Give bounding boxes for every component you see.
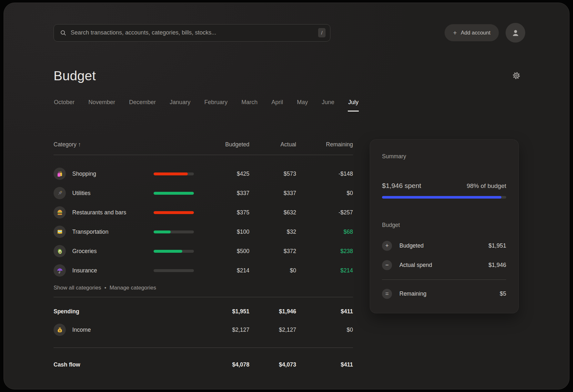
budgeted-value[interactable]: $214 (194, 267, 249, 274)
actual-value: $337 (249, 190, 296, 197)
remaining-summary-value: $5 (500, 290, 506, 297)
category-label: Shopping (72, 171, 96, 177)
plus-icon: + (453, 29, 457, 36)
spending-actual: $1,946 (249, 308, 296, 315)
budget-progress-fill (154, 192, 194, 195)
category-icon (56, 209, 63, 216)
actual-value: $372 (249, 248, 296, 255)
tab-november[interactable]: November (88, 99, 116, 112)
user-avatar[interactable] (506, 23, 525, 43)
budget-progress-fill (154, 172, 188, 175)
topbar: / + Add account (54, 23, 525, 43)
category-icon-circle (54, 168, 66, 180)
category-row-groceries[interactable]: Groceries $500 $372 $238 (54, 241, 353, 261)
remaining-value: $214 (296, 267, 353, 274)
category-label: Restaurants and bars (72, 209, 126, 216)
search-bar[interactable]: / (54, 24, 330, 42)
budgeted-summary-label: Budgeted (399, 242, 424, 249)
income-label: Income (72, 327, 91, 333)
minus-circle-icon: − (382, 260, 392, 270)
category-icon (56, 190, 63, 197)
budget-progress-bar (154, 250, 194, 253)
category-icon (56, 267, 63, 274)
budgeted-value[interactable]: $500 (194, 248, 249, 255)
category-icon-circle (54, 226, 66, 238)
category-rows: Shopping $425 $573 -$148 Utilities $337 … (54, 164, 353, 280)
category-row-utilities[interactable]: Utilities $337 $337 $0 (54, 183, 353, 203)
budget-progress-bar (154, 269, 194, 272)
category-row-restaurants-and-bars[interactable]: Restaurants and bars $375 $632 -$257 (54, 203, 353, 222)
page-title: Budget (54, 68, 96, 83)
tab-may[interactable]: May (297, 99, 308, 112)
show-all-categories-link[interactable]: Show all categories (54, 285, 101, 291)
category-icon-circle (54, 264, 66, 277)
plus-circle-icon: + (382, 241, 392, 251)
section-divider (54, 297, 353, 297)
category-icon (56, 248, 63, 255)
tab-june[interactable]: June (321, 99, 335, 112)
search-input[interactable] (71, 29, 318, 36)
income-remaining: $0 (296, 327, 353, 333)
budget-settings-button[interactable] (512, 71, 521, 81)
budget-progress-bar (154, 211, 194, 214)
actual-spend-summary-value: $1,946 (488, 262, 506, 269)
tab-october[interactable]: October (54, 99, 75, 112)
spending-label: Spending (54, 308, 154, 315)
budgeted-value[interactable]: $425 (194, 171, 249, 177)
cashflow-budgeted: $4,078 (194, 361, 249, 368)
category-label: Utilities (72, 190, 90, 197)
add-account-button[interactable]: + Add account (445, 24, 499, 41)
spending-remaining: $411 (296, 308, 353, 315)
remaining-value: $0 (296, 190, 353, 197)
category-row-shopping[interactable]: Shopping $425 $573 -$148 (54, 164, 353, 183)
budget-progress-bar (154, 192, 194, 195)
tab-december[interactable]: December (129, 99, 156, 112)
budgeted-value[interactable]: $337 (194, 190, 249, 197)
tab-january[interactable]: January (169, 99, 191, 112)
category-icon (56, 171, 63, 177)
actual-value: $32 (249, 229, 296, 235)
category-label: Insurance (72, 267, 97, 274)
category-row-insurance[interactable]: Insurance $214 $0 $214 (54, 261, 353, 280)
sort-arrow-icon: ↑ (78, 141, 81, 148)
summary-divider (382, 279, 506, 280)
manage-categories-link[interactable]: Manage categories (109, 285, 156, 291)
month-tabs: OctoberNovemberDecemberJanuaryFebruaryMa… (54, 99, 525, 112)
income-actual: $2,127 (249, 327, 296, 333)
budget-progress-bar (154, 230, 194, 233)
money-bag-icon (56, 327, 63, 333)
percent-of-budget: 98% of budget (467, 182, 506, 190)
remaining-value: $238 (296, 248, 353, 255)
column-header-budgeted[interactable]: Budgeted (194, 141, 249, 148)
budgeted-value[interactable]: $375 (194, 209, 249, 216)
column-header-actual[interactable]: Actual (249, 141, 296, 148)
category-label: Transportation (72, 229, 108, 235)
budgeted-value[interactable]: $100 (194, 229, 249, 235)
column-header-remaining[interactable]: Remaining (296, 141, 353, 148)
income-budgeted[interactable]: $2,127 (194, 327, 249, 333)
summary-card: Summary $1,946 spent 98% of budget Budge… (370, 139, 519, 313)
search-icon (60, 29, 67, 36)
tab-july[interactable]: July (348, 99, 359, 112)
column-header-category[interactable]: Category ↑ (54, 141, 154, 148)
header-divider (54, 155, 353, 155)
app-window: / + Add account Budget OctoberNovemberDe… (4, 3, 569, 389)
cashflow-label: Cash flow (54, 361, 154, 368)
category-icon-circle (54, 187, 66, 199)
summary-progress-fill (382, 196, 501, 199)
summary-progress-bar (382, 196, 506, 199)
tab-march[interactable]: March (241, 99, 258, 112)
search-shortcut-key: / (318, 28, 326, 37)
budget-progress-fill (154, 211, 194, 214)
category-row-transportation[interactable]: Transportation $100 $32 $68 (54, 222, 353, 241)
cashflow-remaining: $411 (296, 361, 353, 368)
tab-april[interactable]: April (271, 99, 283, 112)
category-icon-circle (54, 206, 66, 219)
budget-progress-bar (154, 172, 194, 175)
income-row[interactable]: Income $2,127 $2,127 $0 (54, 320, 353, 339)
person-icon (511, 28, 520, 38)
remaining-value: -$257 (296, 209, 353, 216)
tab-february[interactable]: February (204, 99, 228, 112)
budgeted-summary-row: + Budgeted $1,951 (382, 241, 506, 251)
summary-title: Summary (382, 153, 506, 160)
